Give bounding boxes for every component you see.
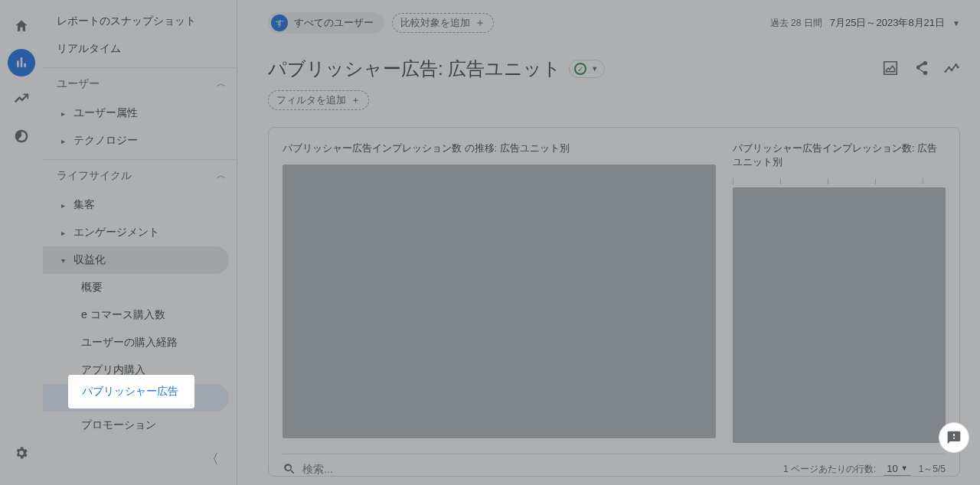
page-title-wrap: パブリッシャー広告: 広告ユニット ✓ ▼ xyxy=(268,57,605,81)
chart-right-ticks xyxy=(733,178,946,184)
report-card: パブリッシャー広告インプレッション数 の推移: 広告ユニット別 パブリッシャー広… xyxy=(268,127,960,477)
highlight-label: パブリッシャー広告 xyxy=(82,385,178,399)
all-users-chip[interactable]: す すべてのユーザー xyxy=(268,12,384,34)
share-icon[interactable] xyxy=(913,60,929,79)
sidebar-item-technology[interactable]: ▸ テクノロジー xyxy=(43,127,229,155)
date-range-value: 7月25日～2023年8月21日 xyxy=(830,16,945,30)
sidebar: レポートのスナップショット リアルタイム ユーザー ︿ ▸ ユーザー属性 ▸ テ… xyxy=(43,0,237,485)
rows-per-page-select[interactable]: 10 ▼ xyxy=(884,463,910,476)
feedback-icon xyxy=(946,430,962,445)
insights-icon[interactable] xyxy=(943,60,960,79)
user-badge: す xyxy=(271,15,288,31)
caret-right-icon: ▸ xyxy=(57,109,69,118)
chart-left-area[interactable] xyxy=(283,164,716,438)
sidebar-section-label: ユーザー xyxy=(57,77,100,91)
sidebar-item-label: 集客 xyxy=(74,198,95,212)
add-filter-button[interactable]: フィルタを追加 ＋ xyxy=(268,90,369,110)
sidebar-item-monetization[interactable]: ▾ 収益化 xyxy=(43,246,229,274)
rows-per-page-label: 1 ページあたりの行数: xyxy=(783,463,876,476)
search-icon xyxy=(283,462,296,476)
chevron-up-icon: ︿ xyxy=(217,169,226,182)
home-icon[interactable] xyxy=(8,12,35,40)
sidebar-item-snapshot[interactable]: レポートのスナップショット xyxy=(43,8,237,35)
plus-icon: ＋ xyxy=(351,93,361,107)
search-input[interactable] xyxy=(302,463,456,475)
date-range-picker[interactable]: 過去 28 日間 7月25日～2023年8月21日 ▼ xyxy=(770,16,960,30)
caret-down-icon: ▼ xyxy=(590,65,599,73)
chart-right: パブリッシャー広告インプレッション数: 広告ユニット別 xyxy=(733,142,946,443)
sidebar-item-engagement[interactable]: ▸ エンゲージメント xyxy=(43,219,229,246)
svg-point-4 xyxy=(957,66,959,68)
highlight-callout: パブリッシャー広告 xyxy=(70,376,193,407)
sidebar-item-label: ユーザー属性 xyxy=(74,106,138,120)
sidebar-item-realtime[interactable]: リアルタイム xyxy=(43,35,237,63)
chart-left: パブリッシャー広告インプレッション数 の推移: 広告ユニット別 xyxy=(283,142,716,443)
table-toolbar: 1 ページあたりの行数: 10 ▼ 1～5/5 xyxy=(283,454,946,476)
filter-label: フィルタを追加 xyxy=(276,93,346,107)
sidebar-item-label: エンゲージメント xyxy=(74,226,159,239)
advertising-icon[interactable] xyxy=(8,122,35,150)
sidebar-section-label: ライフサイクル xyxy=(57,169,132,183)
top-bar: す すべてのユーザー 比較対象を追加 ＋ 過去 28 日間 7月25日～2023… xyxy=(268,11,960,35)
sidebar-section-user[interactable]: ユーザー ︿ xyxy=(43,67,237,99)
check-circle-icon: ✓ xyxy=(574,63,586,75)
chevron-up-icon: ︿ xyxy=(217,77,226,90)
add-comparison-button[interactable]: 比較対象を追加 ＋ xyxy=(392,13,494,33)
customize-icon[interactable] xyxy=(882,60,899,79)
rows-value: 10 xyxy=(887,463,897,474)
charts-row: パブリッシャー広告インプレッション数 の推移: 広告ユニット別 パブリッシャー広… xyxy=(283,142,946,443)
table-search[interactable] xyxy=(283,462,776,476)
sidebar-leaf-overview[interactable]: 概要 xyxy=(43,274,229,301)
sidebar-item-label: 収益化 xyxy=(74,253,106,267)
sidebar-leaf-purchase-path[interactable]: ユーザーの購入経路 xyxy=(43,329,229,356)
sidebar-item-acquisition[interactable]: ▸ 集客 xyxy=(43,191,229,219)
title-actions xyxy=(882,60,960,79)
date-range-label: 過去 28 日間 xyxy=(770,17,822,30)
chart-right-title: パブリッシャー広告インプレッション数: 広告ユニット別 xyxy=(733,142,946,169)
caret-right-icon: ▸ xyxy=(57,137,69,145)
left-rail xyxy=(0,0,43,485)
caret-down-icon: ▾ xyxy=(57,256,69,265)
chart-right-area[interactable] xyxy=(733,187,946,443)
caret-down-icon: ▼ xyxy=(952,19,960,28)
plus-icon: ＋ xyxy=(475,16,485,30)
collapse-sidebar-button[interactable]: 〈 xyxy=(200,447,224,471)
settings-icon[interactable] xyxy=(8,439,35,467)
compare-label: 比較対象を追加 xyxy=(400,16,470,30)
segment-row: す すべてのユーザー 比較対象を追加 ＋ xyxy=(268,12,494,34)
pagination: 1 ページあたりの行数: 10 ▼ 1～5/5 xyxy=(783,463,946,476)
svg-point-3 xyxy=(955,63,957,66)
page-title: パブリッシャー広告: 広告ユニット xyxy=(268,57,561,81)
explore-icon[interactable] xyxy=(8,86,35,113)
caret-down-icon: ▼ xyxy=(901,464,908,472)
caret-right-icon: ▸ xyxy=(57,229,69,237)
all-users-label: すべてのユーザー xyxy=(294,16,374,30)
svg-point-0 xyxy=(944,70,946,73)
feedback-button[interactable] xyxy=(939,422,969,453)
title-row: パブリッシャー広告: 広告ユニット ✓ ▼ xyxy=(268,57,960,81)
sidebar-section-lifecycle[interactable]: ライフサイクル ︿ xyxy=(43,159,237,191)
sidebar-leaf-promotions[interactable]: プロモーション xyxy=(43,412,229,439)
sidebar-item-user-attributes[interactable]: ▸ ユーザー属性 xyxy=(43,99,229,127)
svg-point-2 xyxy=(951,69,953,71)
chevron-left-icon: 〈 xyxy=(205,450,219,468)
sidebar-item-label: テクノロジー xyxy=(74,134,138,148)
status-chip[interactable]: ✓ ▼ xyxy=(569,60,605,78)
svg-point-1 xyxy=(948,66,950,68)
main-panel: す すべてのユーザー 比較対象を追加 ＋ 過去 28 日間 7月25日～2023… xyxy=(237,0,980,485)
page-range: 1～5/5 xyxy=(919,463,946,476)
reports-icon[interactable] xyxy=(8,49,35,76)
chart-left-title: パブリッシャー広告インプレッション数 の推移: 広告ユニット別 xyxy=(283,142,716,155)
caret-right-icon: ▸ xyxy=(57,201,69,210)
sidebar-leaf-ecommerce[interactable]: e コマース購入数 xyxy=(43,301,229,329)
